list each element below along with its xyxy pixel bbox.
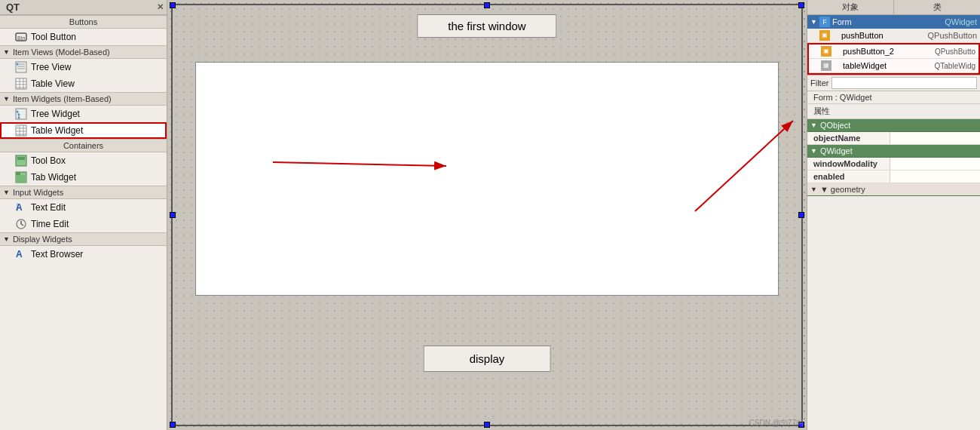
pushbutton2-name: pushButton_2 <box>843 47 932 56</box>
tool-box-icon <box>15 155 27 167</box>
text-edit-label: Text Edit <box>31 202 66 213</box>
collapse-arrow2: ▼ <box>3 95 10 103</box>
geometry-label: ▼ geometry <box>820 185 865 194</box>
collapse-arrow: ▼ <box>3 48 10 56</box>
handle-tm <box>484 2 490 8</box>
pushbutton-name: pushButton <box>841 31 925 40</box>
handle-bl <box>170 422 176 428</box>
collapse-arrow4: ▼ <box>3 235 10 243</box>
prop-enabled-label: enabled <box>807 170 890 183</box>
prop-enabled: enabled <box>807 170 980 183</box>
qobject-label: QObject <box>820 121 850 130</box>
table-widget-icon <box>15 124 27 137</box>
section-label2: Item Widgets (Item-Based) <box>13 94 112 103</box>
table-view-label: Table View <box>31 78 75 89</box>
tablewidget-name: tableWidget <box>843 61 932 70</box>
sidebar-item-table-widget[interactable]: Table Widget <box>0 122 167 139</box>
header-class: 类 <box>894 0 980 14</box>
text-browser-icon: A <box>15 248 27 260</box>
prop-objectname-value[interactable] <box>890 132 980 144</box>
form-area: the first window display <box>171 4 803 426</box>
svg-point-6 <box>17 63 19 66</box>
prop-windowmodality: windowModality <box>807 158 980 170</box>
handle-bm <box>484 422 490 428</box>
sidebar-item-time-edit[interactable]: Time Edit <box>0 216 167 232</box>
prop-objectname: objectName <box>807 132 980 145</box>
object-tree-section: 对象 类 ▼ F Form QWidget ▣ pushButton QPush… <box>807 0 980 75</box>
display-button[interactable]: display <box>424 346 551 372</box>
tab-widget-icon <box>15 171 27 183</box>
prop-enabled-value[interactable] <box>890 170 980 183</box>
tool-button-label: Tool Button <box>31 32 76 42</box>
handle-tr <box>798 2 804 8</box>
sidebar-item-tool-box[interactable]: Tool Box <box>0 152 167 169</box>
pushbutton2-icon: ▣ <box>821 46 831 57</box>
sidebar-item-tool-button[interactable]: Btn Tool Button <box>0 29 167 45</box>
section-geometry[interactable]: ▼ ▼ geometry <box>807 183 980 196</box>
clear-icon[interactable]: ✕ <box>157 2 164 12</box>
filter-input[interactable] <box>831 77 977 89</box>
tab-widget-label: Tab Widget <box>31 172 76 183</box>
qwidget-arrow: ▼ <box>810 147 817 155</box>
form-type: QWidget <box>945 17 977 26</box>
section-display-widgets[interactable]: ▼ Display Widgets <box>0 232 167 246</box>
sidebar-item-tree-widget[interactable]: Tree Widget <box>0 106 167 122</box>
header-object: 对象 <box>807 0 894 14</box>
tree-view-label: Tree View <box>31 62 71 72</box>
svg-text:A: A <box>16 249 23 260</box>
section-label4: Display Widgets <box>13 235 72 244</box>
svg-rect-27 <box>17 157 25 160</box>
geometry-arrow: ▼ <box>810 186 817 193</box>
window-title-button[interactable]: the first window <box>417 14 556 38</box>
handle-mr <box>798 212 804 218</box>
watermark: CSDN @宁77叫 <box>749 418 804 428</box>
object-row-pushbutton[interactable]: ▣ pushButton QPushButton <box>807 29 980 43</box>
pushbutton-type: QPushButton <box>928 31 977 40</box>
sidebar-item-tree-view[interactable]: Tree View <box>0 59 167 75</box>
object-row-form[interactable]: ▼ F Form QWidget <box>807 15 980 29</box>
section-item-views[interactable]: ▼ Item Views (Model-Based) <box>0 45 167 59</box>
tablewidget-icon: ▦ <box>821 60 831 71</box>
tree-widget-label: Tree Widget <box>31 109 80 119</box>
form-name: Form <box>832 17 942 26</box>
sidebar: QT ✕ Buttons Btn Tool Button ▼ Item View… <box>0 0 167 430</box>
table-view-icon <box>15 78 27 90</box>
svg-line-35 <box>21 224 23 226</box>
sidebar-item-tab-widget[interactable]: Tab Widget <box>0 169 167 186</box>
object-row-pushbutton2[interactable]: ▣ pushButton_2 QPushButto <box>809 45 978 59</box>
right-panel: 对象 类 ▼ F Form QWidget ▣ pushButton QPush… <box>807 0 980 430</box>
sidebar-item-text-edit[interactable]: A I Text Edit <box>0 199 167 216</box>
time-edit-icon <box>15 218 27 230</box>
svg-rect-13 <box>16 109 26 119</box>
section-qwidget[interactable]: ▼ QWidget <box>807 145 980 158</box>
filter-row: Filter <box>807 75 980 91</box>
tool-button-icon: Btn <box>15 31 27 43</box>
section-qobject[interactable]: ▼ QObject <box>807 119 980 132</box>
sidebar-item-text-browser[interactable]: A Text Browser <box>0 246 167 263</box>
tablewidget-type: QTableWidg <box>935 62 975 70</box>
sidebar-header: QT ✕ <box>0 0 167 15</box>
table-widget-area <box>195 62 779 296</box>
table-widget-label: Table Widget <box>31 125 83 136</box>
tool-box-label: Tool Box <box>31 155 66 166</box>
prop-windowmodality-value[interactable] <box>890 158 980 170</box>
svg-rect-25 <box>16 125 20 128</box>
pushbutton2-type: QPushButto <box>935 48 975 56</box>
sidebar-item-table-view[interactable]: Table View <box>0 75 167 92</box>
properties-section: Filter Form : QWidget 属性 ▼ QObject objec… <box>807 75 980 430</box>
collapse-arrow3: ▼ <box>3 189 10 196</box>
properties-label: 属性 <box>807 104 980 119</box>
prop-objectname-label: objectName <box>807 132 890 144</box>
qt-logo: QT <box>6 2 20 13</box>
section-item-widgets[interactable]: ▼ Item Widgets (Item-Based) <box>0 92 167 106</box>
text-browser-label: Text Browser <box>31 249 83 260</box>
object-row-tablewidget[interactable]: ▦ tableWidget QTableWidg <box>809 59 978 73</box>
section-label3: Input Widgets <box>13 188 63 197</box>
tree-view-icon <box>15 61 27 73</box>
qobject-arrow: ▼ <box>810 121 817 129</box>
section-buttons: Buttons <box>0 15 167 29</box>
filter-label: Filter <box>810 78 828 88</box>
section-input-widgets[interactable]: ▼ Input Widgets <box>0 186 167 199</box>
svg-rect-29 <box>16 175 26 183</box>
prop-source: Form : QWidget <box>807 91 980 104</box>
